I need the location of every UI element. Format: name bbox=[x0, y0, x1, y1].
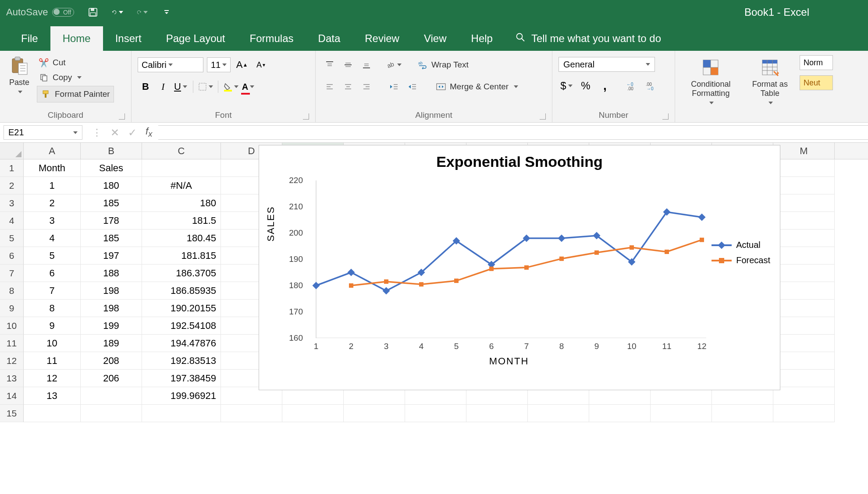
orientation-button[interactable]: ab bbox=[386, 57, 402, 73]
cell-D15[interactable] bbox=[221, 405, 282, 422]
cell-A3[interactable]: 2 bbox=[24, 194, 81, 212]
row-header[interactable]: 9 bbox=[0, 300, 24, 317]
format-as-table-button[interactable]: Format as Table bbox=[748, 55, 792, 109]
cell-B14[interactable] bbox=[81, 387, 142, 405]
cell-A2[interactable]: 1 bbox=[24, 177, 81, 194]
cell-B10[interactable]: 199 bbox=[81, 317, 142, 335]
select-all-triangle[interactable] bbox=[0, 143, 24, 159]
copy-button[interactable]: Copy bbox=[37, 71, 114, 84]
cell-M7[interactable] bbox=[773, 265, 835, 282]
row-header[interactable]: 4 bbox=[0, 212, 24, 229]
enter-formula-icon[interactable]: ✓ bbox=[128, 127, 137, 139]
tell-me-search[interactable]: Tell me what you want to do bbox=[505, 26, 672, 51]
cell-H15[interactable] bbox=[466, 405, 528, 422]
comma-format-button[interactable]: , bbox=[597, 78, 613, 94]
cell-B4[interactable]: 178 bbox=[81, 212, 142, 229]
cell-C11[interactable]: 194.47876 bbox=[142, 335, 221, 352]
cell-C13[interactable]: 197.38459 bbox=[142, 370, 221, 387]
save-icon[interactable] bbox=[87, 7, 99, 18]
tab-formulas[interactable]: Formulas bbox=[238, 26, 306, 51]
align-center-icon[interactable] bbox=[340, 79, 356, 95]
undo-icon[interactable] bbox=[112, 7, 123, 18]
cell-C2[interactable]: #N/A bbox=[142, 177, 221, 194]
fill-color-button[interactable] bbox=[223, 79, 238, 95]
tab-home[interactable]: Home bbox=[50, 26, 103, 51]
cell-M3[interactable] bbox=[773, 194, 835, 212]
name-box[interactable]: E21 bbox=[4, 125, 82, 140]
cell-A12[interactable]: 11 bbox=[24, 352, 81, 370]
cell-A11[interactable]: 10 bbox=[24, 335, 81, 352]
cell-A5[interactable]: 4 bbox=[24, 229, 81, 247]
cell-F15[interactable] bbox=[344, 405, 405, 422]
row-header[interactable]: 10 bbox=[0, 317, 24, 335]
cell-B6[interactable]: 197 bbox=[81, 247, 142, 265]
row-header[interactable]: 1 bbox=[0, 159, 24, 177]
conditional-formatting-button[interactable]: Conditional Formatting bbox=[681, 55, 740, 109]
align-bottom-icon[interactable] bbox=[359, 57, 374, 73]
cell-C15[interactable] bbox=[142, 405, 221, 422]
cell-M8[interactable] bbox=[773, 282, 835, 300]
cancel-formula-icon[interactable]: ✕ bbox=[110, 127, 119, 139]
cell-M2[interactable] bbox=[773, 177, 835, 194]
cell-C8[interactable]: 186.85935 bbox=[142, 282, 221, 300]
tab-review[interactable]: Review bbox=[352, 26, 412, 51]
align-right-icon[interactable] bbox=[359, 79, 374, 95]
underline-button[interactable]: U bbox=[173, 79, 189, 95]
cell-C4[interactable]: 181.5 bbox=[142, 212, 221, 229]
alignment-dialog-launcher[interactable] bbox=[540, 113, 546, 120]
cell-B9[interactable]: 198 bbox=[81, 300, 142, 317]
cell-A7[interactable]: 6 bbox=[24, 265, 81, 282]
cell-style-neutral[interactable]: Neut bbox=[800, 75, 833, 90]
align-left-icon[interactable] bbox=[322, 79, 338, 95]
row-header[interactable]: 2 bbox=[0, 177, 24, 194]
cell-B1[interactable]: Sales bbox=[81, 159, 142, 177]
percent-format-button[interactable]: % bbox=[578, 78, 594, 94]
embedded-chart[interactable]: Exponential Smoothing SALES 160170180190… bbox=[259, 145, 780, 390]
autosave-toggle[interactable]: AutoSave Off bbox=[6, 7, 87, 18]
redo-icon[interactable] bbox=[136, 7, 148, 18]
tab-insert[interactable]: Insert bbox=[103, 26, 154, 51]
tab-view[interactable]: View bbox=[412, 26, 459, 51]
row-header[interactable]: 13 bbox=[0, 370, 24, 387]
cell-B7[interactable]: 188 bbox=[81, 265, 142, 282]
row-header[interactable]: 12 bbox=[0, 352, 24, 370]
font-size-combo[interactable]: 11 bbox=[207, 57, 231, 72]
paste-button[interactable]: Paste bbox=[6, 53, 32, 98]
cell-B15[interactable] bbox=[81, 405, 142, 422]
cell-C3[interactable]: 180 bbox=[142, 194, 221, 212]
cell-A15[interactable] bbox=[24, 405, 81, 422]
formula-options-icon[interactable]: ⋮ bbox=[92, 127, 102, 138]
cell-A10[interactable]: 9 bbox=[24, 317, 81, 335]
increase-font-icon[interactable]: A▲ bbox=[234, 57, 250, 73]
wrap-text-button[interactable]: abWrap Text bbox=[416, 58, 470, 71]
row-header[interactable]: 8 bbox=[0, 282, 24, 300]
cell-M4[interactable] bbox=[773, 212, 835, 229]
cell-A13[interactable]: 12 bbox=[24, 370, 81, 387]
cell-I15[interactable] bbox=[528, 405, 589, 422]
customize-qat-icon[interactable] bbox=[161, 7, 172, 18]
cell-M9[interactable] bbox=[773, 300, 835, 317]
cell-styles-gallery[interactable]: Norm Neut bbox=[798, 51, 837, 122]
cell-C7[interactable]: 186.3705 bbox=[142, 265, 221, 282]
cell-C6[interactable]: 181.815 bbox=[142, 247, 221, 265]
cell-A1[interactable]: Month bbox=[24, 159, 81, 177]
row-header[interactable]: 3 bbox=[0, 194, 24, 212]
font-color-button[interactable]: A bbox=[240, 79, 256, 95]
decrease-indent-icon[interactable] bbox=[386, 79, 402, 95]
cell-B3[interactable]: 185 bbox=[81, 194, 142, 212]
cell-style-normal[interactable]: Norm bbox=[800, 55, 833, 70]
cell-M11[interactable] bbox=[773, 335, 835, 352]
row-header[interactable]: 6 bbox=[0, 247, 24, 265]
cell-B8[interactable]: 198 bbox=[81, 282, 142, 300]
column-header-C[interactable]: C bbox=[142, 143, 221, 159]
cell-J15[interactable] bbox=[589, 405, 651, 422]
tab-help[interactable]: Help bbox=[459, 26, 505, 51]
cell-M12[interactable] bbox=[773, 352, 835, 370]
row-header[interactable]: 11 bbox=[0, 335, 24, 352]
align-middle-icon[interactable] bbox=[340, 57, 356, 73]
row-header[interactable]: 7 bbox=[0, 265, 24, 282]
cell-B2[interactable]: 180 bbox=[81, 177, 142, 194]
cell-M15[interactable] bbox=[773, 405, 835, 422]
decrease-font-icon[interactable]: A▼ bbox=[253, 57, 269, 73]
cell-A8[interactable]: 7 bbox=[24, 282, 81, 300]
